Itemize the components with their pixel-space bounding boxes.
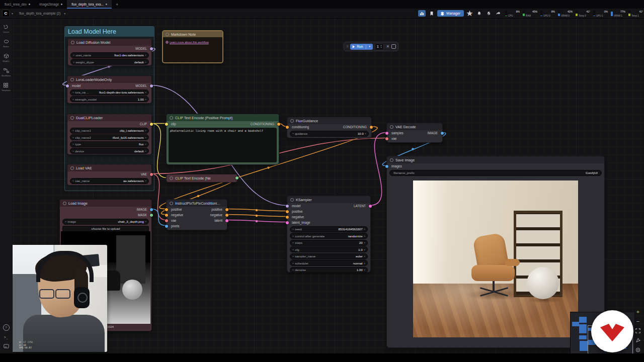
comfyui-logo[interactable]: C xyxy=(2,10,10,17)
sidebar-item-workflows[interactable]: Workflows xyxy=(2,68,11,77)
input-port-latent-image[interactable] xyxy=(286,221,289,224)
widget-control-after-generate[interactable]: ◂control after generaterandomize▸ xyxy=(290,233,368,239)
collapse-dot[interactable] xyxy=(63,202,66,205)
widget-lora-name[interactable]: ◂lora_na ...flux1-depth-dev-lora.safeten… xyxy=(70,89,149,96)
star-button[interactable]: ★ xyxy=(466,10,473,17)
widget-clip-name2[interactable]: ◂clip_name2t5xxl_fp16.safetensors▸ xyxy=(70,134,149,140)
widget-vae-name[interactable]: ◂vae_nameae.safetensors▸ xyxy=(70,178,149,184)
new-tab-button[interactable]: + xyxy=(112,0,122,9)
widget-image[interactable]: ◂imagechair_3_depth.png▸ xyxy=(62,219,149,225)
run-button[interactable]: Run ▼ xyxy=(350,44,373,50)
widget-cfg[interactable]: ◂cfg1.0▸ xyxy=(290,246,368,252)
toggle-links-button[interactable] xyxy=(634,346,642,353)
manager-button[interactable]: Manager xyxy=(437,10,464,17)
widget-seed[interactable]: ◂seed85314164563307▸ xyxy=(290,226,368,232)
node-header[interactable]: KSampler xyxy=(287,196,370,203)
sidebar-item-models[interactable]: Models xyxy=(3,53,10,62)
widget-filename-prefix[interactable]: filename_prefixComfyUI xyxy=(389,170,602,176)
node-header[interactable]: InstructPixToPixConditioni... xyxy=(167,200,227,207)
collapse-dot[interactable] xyxy=(70,78,74,81)
input-port-pixels[interactable] xyxy=(165,225,168,228)
widget-unet-name[interactable]: ◂unet_nameflux1-dev.safetensors▸ xyxy=(70,52,149,58)
widget-guidance[interactable]: ◂guidance10.0▸ xyxy=(290,131,369,137)
sidebar-item-templates[interactable]: Templates xyxy=(2,82,11,92)
node-header[interactable]: Load VAE xyxy=(67,164,151,171)
collapse-dot[interactable] xyxy=(70,166,74,170)
output-port-latent[interactable] xyxy=(225,219,228,222)
prompt-textarea[interactable]: photorealistic living room with a chair … xyxy=(169,128,277,162)
node-header[interactable]: LoraLoaderModelOnly xyxy=(67,76,151,83)
collapse-dot[interactable] xyxy=(390,125,393,129)
node-clip-text-encode-positive[interactable]: CLIP Text Encode (Positive Prompt) clip … xyxy=(166,114,279,165)
collapse-dot[interactable] xyxy=(290,198,294,202)
select-mode-button[interactable] xyxy=(634,336,642,344)
collapse-dot[interactable] xyxy=(71,41,74,44)
fit-view-button[interactable] xyxy=(634,327,642,334)
tab-flux-depth-lora[interactable]: flux_depth_lora_exa... xyxy=(67,0,112,9)
widget-scheduler[interactable]: ◂schedulernormal▸ xyxy=(290,260,368,266)
sidebar-item-nodes[interactable]: Nodes xyxy=(3,39,9,48)
output-port-model[interactable] xyxy=(150,84,153,87)
upload-button[interactable]: choose file to upload xyxy=(62,226,149,232)
input-port-conditioning[interactable] xyxy=(286,126,289,129)
chevron-down-icon[interactable]: ▼ xyxy=(369,45,371,48)
widget-sampler-name[interactable]: ◂sampler_nameeuler▸ xyxy=(290,253,368,259)
share-button[interactable] xyxy=(495,10,502,17)
sidebar-item-queue[interactable]: Queue xyxy=(3,24,9,33)
input-port-clip[interactable] xyxy=(165,123,168,126)
input-port-positive[interactable] xyxy=(286,210,289,213)
widget-steps[interactable]: ◂steps20▸ xyxy=(290,240,368,246)
output-port-positive[interactable] xyxy=(225,208,228,211)
node-header[interactable]: Load Diffusion Model xyxy=(68,39,151,46)
input-port-model[interactable] xyxy=(286,205,289,208)
terminal-toggle-button[interactable]: >_ xyxy=(4,335,8,339)
input-port-vae[interactable] xyxy=(165,219,168,222)
input-port-negative[interactable] xyxy=(165,214,168,217)
node-load-vae[interactable]: Load VAE VAE ◂vae_nameae.safetensors▸ xyxy=(67,164,152,186)
input-port-positive[interactable] xyxy=(165,208,168,211)
collapse-dot[interactable] xyxy=(70,116,74,120)
collapse-dot[interactable] xyxy=(166,33,169,36)
bookmark-button[interactable] xyxy=(428,10,435,17)
node-instruct-pix-to-pix-conditioning[interactable]: InstructPixToPixConditioni... positive p… xyxy=(166,199,227,230)
output-port-model[interactable] xyxy=(150,47,153,50)
collapse-dot[interactable] xyxy=(390,158,393,162)
output-port-latent[interactable] xyxy=(369,205,372,208)
widget-strength-model[interactable]: ◂strength_model1.00▸ xyxy=(70,96,149,102)
input-port-samples[interactable] xyxy=(385,132,388,135)
input-port-negative[interactable] xyxy=(286,216,289,219)
node-header[interactable]: DualCLIPLoader xyxy=(67,114,151,121)
chevron-down-icon[interactable]: ▼ xyxy=(11,12,14,15)
node-ksampler[interactable]: KSampler model LATENT positive negative … xyxy=(287,196,371,273)
collapse-dot[interactable] xyxy=(170,176,173,180)
node-header[interactable]: Markdown Note xyxy=(163,31,222,37)
node-clip-text-encode-negative-collapsed[interactable]: CLIP Text Encode (Ne xyxy=(166,174,237,183)
stepper-arrows[interactable]: ▲▼ xyxy=(380,45,382,48)
bottom-panel-toggle-button[interactable] xyxy=(4,344,9,348)
collapse-dot[interactable] xyxy=(290,119,294,123)
widget-clip-name1[interactable]: ◂clip_name1clip_l.safetensors▸ xyxy=(70,128,149,134)
node-markdown-note[interactable]: Markdown Note Learn more about this work… xyxy=(162,30,223,63)
widget-denoise[interactable]: ◂denoise1.00▸ xyxy=(290,267,368,273)
workflow-name-dropdown[interactable]: flux_depth_lora_example (2) ▼ xyxy=(19,12,67,15)
widget-weight-dtype[interactable]: ◂weight_dtypedefault▸ xyxy=(70,59,149,65)
system-monitor-toggle-button[interactable] xyxy=(418,10,426,17)
output-port[interactable] xyxy=(235,176,238,179)
notification-bell-muted-button[interactable] xyxy=(485,10,493,17)
notification-bell-button[interactable] xyxy=(475,10,483,17)
zoom-out-button[interactable]: − xyxy=(634,317,642,325)
stop-button[interactable] xyxy=(391,44,396,49)
input-port-model[interactable] xyxy=(66,84,69,87)
node-header[interactable]: CLIP Text Encode (Positive Prompt) xyxy=(167,114,279,121)
output-port-conditioning[interactable] xyxy=(277,123,280,126)
output-port-image[interactable] xyxy=(150,208,153,211)
zoom-in-button[interactable]: + xyxy=(634,308,642,315)
node-header[interactable]: FluxGuidance xyxy=(287,117,371,124)
node-vae-decode[interactable]: VAE Decode samples IMAGE vae xyxy=(386,123,443,143)
node-header[interactable]: VAE Decode xyxy=(387,123,442,130)
input-port-vae[interactable] xyxy=(385,137,388,140)
tab-flux1-krea-dev[interactable]: flux1_krea_dev xyxy=(0,0,35,9)
node-header[interactable]: Save Image xyxy=(387,156,604,163)
widget-type[interactable]: ◂typeflux▸ xyxy=(70,141,149,147)
node-lora-loader-model-only[interactable]: LoraLoaderModelOnly model MODEL ◂lora_na… xyxy=(67,75,152,104)
